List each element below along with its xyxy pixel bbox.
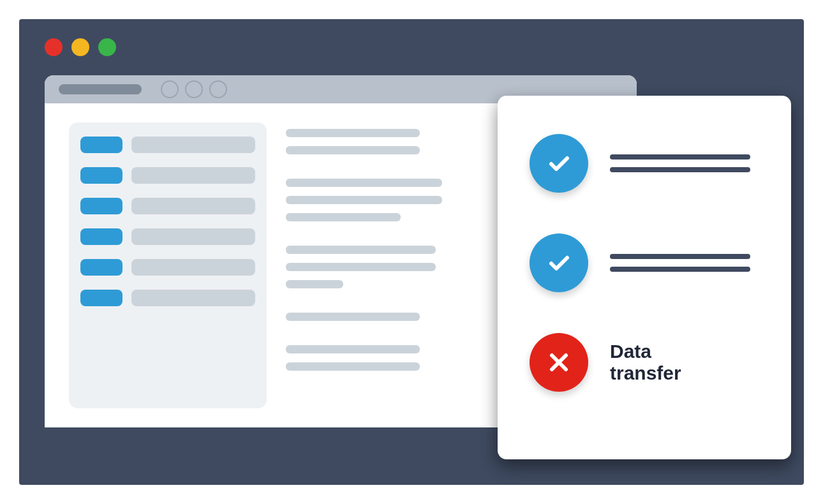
url-bar-placeholder bbox=[59, 84, 142, 94]
status-card: Data transfer bbox=[498, 96, 791, 459]
status-details bbox=[610, 154, 763, 172]
content-line-placeholder bbox=[286, 196, 442, 204]
toolbar-circle-icon bbox=[185, 80, 203, 98]
status-line-placeholder bbox=[610, 167, 750, 172]
content-line-placeholder bbox=[286, 129, 420, 137]
content-line-placeholder bbox=[286, 345, 420, 353]
content-line-placeholder bbox=[286, 362, 420, 371]
sidebar-tag bbox=[80, 228, 122, 245]
status-line-placeholder bbox=[610, 154, 750, 159]
status-details: Data transfer bbox=[610, 341, 763, 385]
sidebar-tag bbox=[80, 259, 122, 276]
sidebar-label-placeholder bbox=[131, 198, 255, 214]
sidebar-label-placeholder bbox=[131, 137, 255, 153]
status-label: Data transfer bbox=[610, 341, 763, 385]
sidebar-label-placeholder bbox=[131, 259, 255, 276]
sidebar-row bbox=[80, 228, 255, 245]
cross-icon bbox=[545, 348, 573, 376]
sidebar-tag bbox=[80, 137, 122, 153]
sidebar-label-placeholder bbox=[131, 167, 255, 184]
content-line-placeholder bbox=[286, 313, 420, 321]
status-ok-icon bbox=[530, 134, 588, 193]
status-line-placeholder bbox=[610, 267, 750, 272]
window-maximize-dot bbox=[98, 38, 116, 56]
traffic-lights bbox=[45, 38, 116, 56]
sidebar-row bbox=[80, 167, 255, 184]
sidebar-panel bbox=[69, 122, 267, 408]
status-row bbox=[530, 134, 763, 193]
toolbar-circles bbox=[161, 80, 227, 98]
status-row bbox=[530, 233, 763, 292]
sidebar-label-placeholder bbox=[131, 228, 255, 245]
content-line-placeholder bbox=[286, 146, 420, 154]
content-line-placeholder bbox=[286, 263, 436, 271]
check-icon bbox=[544, 248, 574, 278]
content-line-placeholder bbox=[286, 280, 343, 288]
sidebar-label-placeholder bbox=[131, 290, 255, 306]
status-details bbox=[610, 254, 763, 272]
sidebar-row bbox=[80, 198, 255, 214]
content-line-placeholder bbox=[286, 179, 442, 187]
toolbar-circle-icon bbox=[209, 80, 227, 98]
status-fail-icon bbox=[530, 333, 588, 392]
sidebar-tag bbox=[80, 198, 122, 214]
content-line-placeholder bbox=[286, 246, 436, 254]
sidebar-tag bbox=[80, 290, 122, 306]
content-line-placeholder bbox=[286, 213, 401, 221]
sidebar-row bbox=[80, 259, 255, 276]
toolbar-circle-icon bbox=[161, 80, 179, 98]
status-line-placeholder bbox=[610, 254, 750, 259]
illustration-stage: Data transfer bbox=[19, 19, 804, 485]
sidebar-row bbox=[80, 290, 255, 306]
sidebar-tag bbox=[80, 167, 122, 184]
window-close-dot bbox=[45, 38, 63, 56]
sidebar-row bbox=[80, 137, 255, 153]
window-minimize-dot bbox=[71, 38, 89, 56]
status-row: Data transfer bbox=[530, 333, 763, 392]
status-ok-icon bbox=[530, 233, 588, 292]
check-icon bbox=[544, 148, 574, 179]
